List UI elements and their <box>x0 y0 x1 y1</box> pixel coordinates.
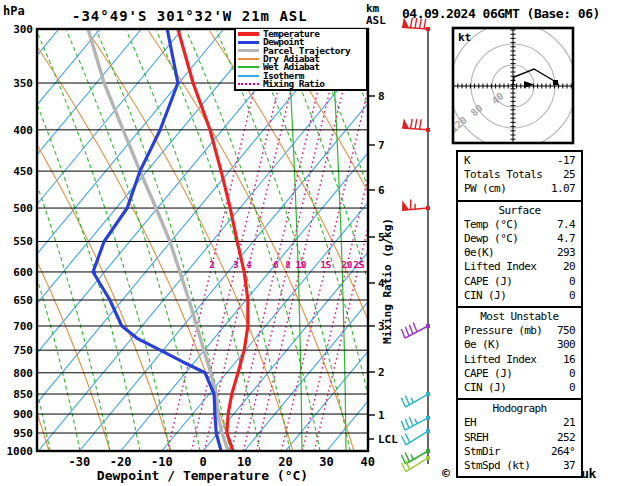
stat-label: StmSpd (kt) <box>464 459 530 473</box>
svg-text:-10: -10 <box>151 455 173 469</box>
legend-line-sample <box>238 49 259 53</box>
pressure-tick-labels: 3003504004505005506006507007508008509009… <box>7 23 34 458</box>
stat-label: Pressure (mb) <box>464 324 542 338</box>
sounding-screenshot: hPa -34°49'S 301°32'W 21m ASL km ASL 04.… <box>0 0 629 486</box>
stat-row: Lifted Index20 <box>458 260 581 274</box>
stat-label: CIN (J) <box>464 381 506 395</box>
svg-text:2: 2 <box>378 366 385 379</box>
svg-text:7: 7 <box>378 139 385 152</box>
legend-item-mixing-ratio: Mixing Ratio <box>238 80 366 88</box>
legend-line-sample <box>238 66 259 68</box>
lcl-label: LCL <box>378 433 398 446</box>
legend-line-sample <box>238 58 259 60</box>
panel-section-hodograph: HodographEH21SREH252StmDir264°StmSpd (kt… <box>456 398 583 478</box>
pressure-gridlines <box>37 29 368 451</box>
legend-line-sample <box>238 41 259 45</box>
stat-value: 750 <box>557 324 575 338</box>
svg-text:8: 8 <box>285 260 290 270</box>
svg-text:10: 10 <box>237 455 251 469</box>
stat-label: EH <box>464 416 476 430</box>
legend-line-sample <box>238 83 259 85</box>
svg-text:25: 25 <box>354 260 365 270</box>
svg-text:300: 300 <box>13 23 33 36</box>
stat-row: K-17 <box>458 154 581 168</box>
stat-row: Totals Totals25 <box>458 168 581 182</box>
chart-legend: TemperatureDewpointParcel TrajectoryDry … <box>234 29 368 91</box>
svg-text:6: 6 <box>378 184 385 197</box>
legend-item-label: Mixing Ratio <box>263 80 324 88</box>
svg-text:350: 350 <box>13 77 33 90</box>
svg-text:4: 4 <box>246 260 252 270</box>
svg-text:600: 600 <box>13 266 33 279</box>
stat-value: -17 <box>557 154 575 168</box>
stat-row: StmDir264° <box>458 445 581 459</box>
stat-label: Temp (°C) <box>464 218 518 232</box>
svg-text:700: 700 <box>13 320 33 333</box>
hodograph-unit-label: kt <box>458 31 471 44</box>
svg-text:120: 120 <box>448 114 469 134</box>
svg-text:15: 15 <box>321 260 332 270</box>
stat-row: θe(K)293 <box>458 246 581 260</box>
svg-text:20: 20 <box>278 455 292 469</box>
svg-text:450: 450 <box>13 165 33 178</box>
section-header: Hodograph <box>458 402 581 416</box>
stat-label: θe(K) <box>464 246 494 260</box>
svg-text:950: 950 <box>13 427 33 440</box>
stat-label: PW (cm) <box>464 182 506 196</box>
stat-row: SREH252 <box>458 431 581 445</box>
stat-value: 293 <box>557 246 575 260</box>
stat-label: CIN (J) <box>464 289 506 303</box>
stat-value: 25 <box>563 168 575 182</box>
stat-row: EH21 <box>458 416 581 430</box>
stat-value: 300 <box>557 338 575 352</box>
svg-text:650: 650 <box>13 294 33 307</box>
panel-section-most-unstable: Most UnstablePressure (mb)750θe (K)300Li… <box>456 306 583 400</box>
svg-text:30: 30 <box>319 455 333 469</box>
stat-label: K <box>464 154 470 168</box>
stat-label: CAPE (J) <box>464 367 512 381</box>
section-header: Surface <box>458 204 581 218</box>
dewpoint-curve <box>93 29 221 451</box>
stat-value: 7.4 <box>557 218 575 232</box>
stat-label: Dewp (°C) <box>464 232 518 246</box>
mixing-ratio-axis-title: Mixing Ratio (g/kg) <box>381 218 394 344</box>
panel-section-surface: SurfaceTemp (°C)7.4Dewp (°C)4.7θe(K)293L… <box>456 200 583 308</box>
stat-value: 0 <box>569 381 575 395</box>
wind-barbs <box>401 17 430 471</box>
indices-panel: K-17Totals Totals25PW (cm)1.07SurfaceTem… <box>456 152 583 478</box>
temperature-axis-title: Dewpoint / Temperature (°C) <box>97 468 308 483</box>
svg-text:0: 0 <box>199 455 206 469</box>
svg-text:550: 550 <box>13 235 33 248</box>
svg-text:750: 750 <box>13 344 33 357</box>
stat-label: Lifted Index <box>464 353 536 367</box>
stat-value: 1.07 <box>551 182 575 196</box>
stat-label: Totals Totals <box>464 168 542 182</box>
legend-line-sample <box>238 75 259 77</box>
section-header: Most Unstable <box>458 310 581 324</box>
panel-section-indices: K-17Totals Totals25PW (cm)1.07 <box>456 150 583 202</box>
svg-text:-20: -20 <box>110 455 132 469</box>
svg-text:6: 6 <box>273 260 278 270</box>
stat-value: 37 <box>563 459 575 473</box>
stat-label: CAPE (J) <box>464 275 512 289</box>
stat-value: 20 <box>563 260 575 274</box>
parcel-trajectory-curve <box>88 29 228 451</box>
hodograph: 4080120kt <box>448 23 576 149</box>
stat-row: StmSpd (kt)37 <box>458 459 581 473</box>
svg-text:-30: -30 <box>69 455 91 469</box>
svg-text:10: 10 <box>296 260 307 270</box>
svg-text:8: 8 <box>378 90 385 103</box>
stat-row: PW (cm)1.07 <box>458 182 581 196</box>
stat-label: Lifted Index <box>464 260 536 274</box>
stat-row: θe (K)300 <box>458 338 581 352</box>
svg-text:80: 80 <box>469 102 485 118</box>
stat-row: CIN (J)0 <box>458 381 581 395</box>
stat-label: SREH <box>464 431 488 445</box>
stat-row: CIN (J)0 <box>458 289 581 303</box>
stat-label: θe (K) <box>464 338 500 352</box>
svg-text:500: 500 <box>13 202 33 215</box>
svg-text:1000: 1000 <box>7 445 34 458</box>
svg-text:800: 800 <box>13 367 33 380</box>
stat-row: Pressure (mb)750 <box>458 324 581 338</box>
stat-row: CAPE (J)0 <box>458 275 581 289</box>
